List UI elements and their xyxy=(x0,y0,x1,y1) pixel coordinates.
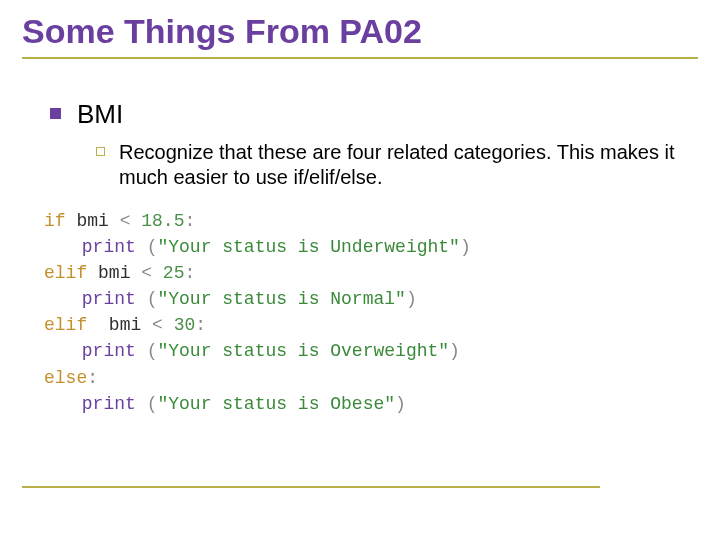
num-30: 30 xyxy=(174,315,196,335)
bullet1-text: BMI xyxy=(77,99,123,130)
code-space xyxy=(136,394,147,414)
lparen: ( xyxy=(147,289,158,309)
code-line-8: print ("Your status is Obese") xyxy=(44,391,698,417)
num-25: 25 xyxy=(163,263,185,283)
fn-print: print xyxy=(82,289,136,309)
ident-bmi: bmi xyxy=(76,211,108,231)
code-snippet: if bmi < 18.5: print ("Your status is Un… xyxy=(44,208,698,417)
lparen: ( xyxy=(147,394,158,414)
code-space xyxy=(136,289,147,309)
kw-elif: elif xyxy=(44,263,87,283)
rparen: ) xyxy=(460,237,471,257)
fn-print: print xyxy=(82,394,136,414)
kw-elif: elif xyxy=(44,315,87,335)
op-lt: < xyxy=(130,263,162,283)
op-lt: < xyxy=(141,315,173,335)
kw-if: if xyxy=(44,211,66,231)
lparen: ( xyxy=(147,341,158,361)
kw-else: else xyxy=(44,368,87,388)
colon: : xyxy=(195,315,206,335)
footer-rule xyxy=(22,486,600,488)
page-title: Some Things From PA02 xyxy=(22,12,698,51)
ident-bmi: bmi xyxy=(109,315,141,335)
lparen: ( xyxy=(147,237,158,257)
code-space xyxy=(66,211,77,231)
hollow-square-bullet-icon xyxy=(96,147,105,156)
fn-print: print xyxy=(82,341,136,361)
str-underweight: "Your status is Underweight" xyxy=(157,237,459,257)
code-space xyxy=(87,263,98,283)
str-normal: "Your status is Normal" xyxy=(157,289,405,309)
code-line-4: print ("Your status is Normal") xyxy=(44,286,698,312)
fn-print: print xyxy=(82,237,136,257)
op-lt: < xyxy=(109,211,141,231)
code-space xyxy=(136,237,147,257)
ident-bmi: bmi xyxy=(98,263,130,283)
code-line-5: elif bmi < 30: xyxy=(44,312,698,338)
code-space xyxy=(87,315,109,335)
code-line-1: if bmi < 18.5: xyxy=(44,208,698,234)
square-bullet-icon xyxy=(50,108,61,119)
str-overweight: "Your status is Overweight" xyxy=(157,341,449,361)
code-space xyxy=(136,341,147,361)
code-line-2: print ("Your status is Underweight") xyxy=(44,234,698,260)
colon: : xyxy=(184,211,195,231)
colon: : xyxy=(87,368,98,388)
colon: : xyxy=(184,263,195,283)
bullet-level2: Recognize that these are four related ca… xyxy=(96,140,698,190)
rparen: ) xyxy=(406,289,417,309)
code-line-7: else: xyxy=(44,365,698,391)
code-line-3: elif bmi < 25: xyxy=(44,260,698,286)
rparen: ) xyxy=(395,394,406,414)
str-obese: "Your status is Obese" xyxy=(157,394,395,414)
bullet-level1: BMI xyxy=(50,99,698,130)
num-18-5: 18.5 xyxy=(141,211,184,231)
slide: Some Things From PA02 BMI Recognize that… xyxy=(0,0,720,540)
title-underline xyxy=(22,57,698,59)
code-line-6: print ("Your status is Overweight") xyxy=(44,338,698,364)
rparen: ) xyxy=(449,341,460,361)
bullet2-text: Recognize that these are four related ca… xyxy=(119,140,679,190)
